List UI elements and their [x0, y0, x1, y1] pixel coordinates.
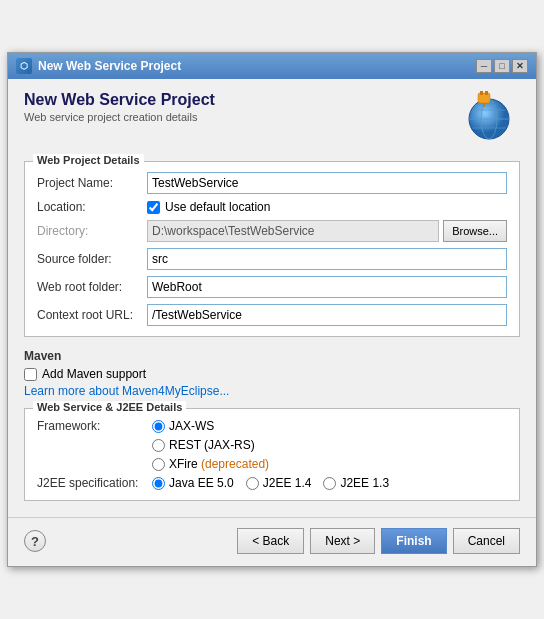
project-name-row: Project Name:: [37, 172, 507, 194]
framework-rest-row: REST (JAX-RS): [37, 438, 507, 452]
context-root-label: Context root URL:: [37, 308, 147, 322]
directory-label: Directory:: [37, 224, 147, 238]
framework-label: Framework:: [37, 419, 147, 433]
title-bar-left: ⬡ New Web Service Project: [16, 58, 181, 74]
maven-section: Maven Add Maven support Learn more about…: [24, 349, 520, 398]
browse-button[interactable]: Browse...: [443, 220, 507, 242]
source-folder-input[interactable]: [147, 248, 507, 270]
web-root-row: Web root folder:: [37, 276, 507, 298]
j2ee14-radio[interactable]: [246, 477, 259, 490]
framework-xfire-row: XFire (deprecated): [37, 457, 507, 471]
java-ee5-option: Java EE 5.0: [152, 476, 234, 490]
default-location-checkbox[interactable]: [147, 201, 160, 214]
j2ee-spec-label: J2EE specification:: [37, 476, 147, 490]
header-section: New Web Service Project Web service proj…: [24, 91, 520, 147]
web-root-label: Web root folder:: [37, 280, 147, 294]
j2ee-section: Web Service & J2EE Details Framework: JA…: [24, 408, 520, 501]
xfire-label: XFire (deprecated): [169, 457, 269, 471]
footer-buttons: < Back Next > Finish Cancel: [237, 528, 520, 554]
jaxws-option: JAX-WS: [152, 419, 214, 433]
title-bar-controls: ─ □ ✕: [476, 59, 528, 73]
svg-rect-6: [480, 91, 483, 95]
maven-title: Maven: [24, 349, 520, 363]
default-location-label: Use default location: [165, 200, 270, 214]
jaxws-radio[interactable]: [152, 420, 165, 433]
dialog-content: New Web Service Project Web service proj…: [8, 79, 536, 513]
directory-row: Directory: Browse...: [37, 220, 507, 242]
location-label: Location:: [37, 200, 147, 214]
context-root-input[interactable]: [147, 304, 507, 326]
j2ee-spec-row: J2EE specification: Java EE 5.0 J2EE 1.4…: [37, 476, 507, 490]
java-ee5-radio[interactable]: [152, 477, 165, 490]
next-button[interactable]: Next >: [310, 528, 375, 554]
window-icon: ⬡: [16, 58, 32, 74]
dialog-title: New Web Service Project: [24, 91, 215, 109]
maven-learn-more-link[interactable]: Learn more about Maven4MyEclipse...: [24, 384, 229, 398]
header-text: New Web Service Project Web service proj…: [24, 91, 215, 123]
minimize-button[interactable]: ─: [476, 59, 492, 73]
location-checkbox-container: Use default location: [147, 200, 270, 214]
finish-button[interactable]: Finish: [381, 528, 446, 554]
directory-container: Browse...: [147, 220, 507, 242]
location-row: Location: Use default location: [37, 200, 507, 214]
xfire-radio[interactable]: [152, 458, 165, 471]
dialog-footer: ? < Back Next > Finish Cancel: [8, 517, 536, 566]
j2ee14-option: J2EE 1.4: [246, 476, 312, 490]
title-bar: ⬡ New Web Service Project ─ □ ✕: [8, 53, 536, 79]
maximize-button[interactable]: □: [494, 59, 510, 73]
xfire-option: XFire (deprecated): [152, 457, 269, 471]
framework-jaxws-row: Framework: JAX-WS: [37, 419, 507, 433]
j2ee-section-label: Web Service & J2EE Details: [33, 401, 186, 413]
jaxws-label: JAX-WS: [169, 419, 214, 433]
globe-svg: [464, 91, 514, 141]
directory-input: [147, 220, 439, 242]
web-project-details-section: Web Project Details Project Name: Locati…: [24, 161, 520, 337]
rest-radio[interactable]: [152, 439, 165, 452]
rest-option: REST (JAX-RS): [152, 438, 255, 452]
add-maven-label: Add Maven support: [42, 367, 146, 381]
java-ee5-label: Java EE 5.0: [169, 476, 234, 490]
context-root-row: Context root URL:: [37, 304, 507, 326]
web-root-input[interactable]: [147, 276, 507, 298]
dialog-subtitle: Web service project creation details: [24, 111, 215, 123]
svg-rect-5: [478, 93, 490, 103]
j2ee-spec-options: Java EE 5.0 J2EE 1.4 J2EE 1.3: [152, 476, 389, 490]
help-button[interactable]: ?: [24, 530, 46, 552]
rest-label: REST (JAX-RS): [169, 438, 255, 452]
project-name-input[interactable]: [147, 172, 507, 194]
deprecated-label: (deprecated): [201, 457, 269, 471]
web-project-details-label: Web Project Details: [33, 154, 144, 166]
cancel-button[interactable]: Cancel: [453, 528, 520, 554]
svg-rect-7: [485, 91, 488, 95]
add-maven-checkbox[interactable]: [24, 368, 37, 381]
window: ⬡ New Web Service Project ─ □ ✕ New Web …: [7, 52, 537, 567]
j2ee13-option: J2EE 1.3: [323, 476, 389, 490]
project-name-label: Project Name:: [37, 176, 147, 190]
back-button[interactable]: < Back: [237, 528, 304, 554]
maven-checkbox-row: Add Maven support: [24, 367, 520, 381]
close-button[interactable]: ✕: [512, 59, 528, 73]
source-folder-label: Source folder:: [37, 252, 147, 266]
source-folder-row: Source folder:: [37, 248, 507, 270]
j2ee13-label: J2EE 1.3: [340, 476, 389, 490]
window-title: New Web Service Project: [38, 59, 181, 73]
footer-left: ?: [24, 530, 46, 552]
j2ee14-label: J2EE 1.4: [263, 476, 312, 490]
header-icon: [464, 91, 520, 147]
j2ee13-radio[interactable]: [323, 477, 336, 490]
